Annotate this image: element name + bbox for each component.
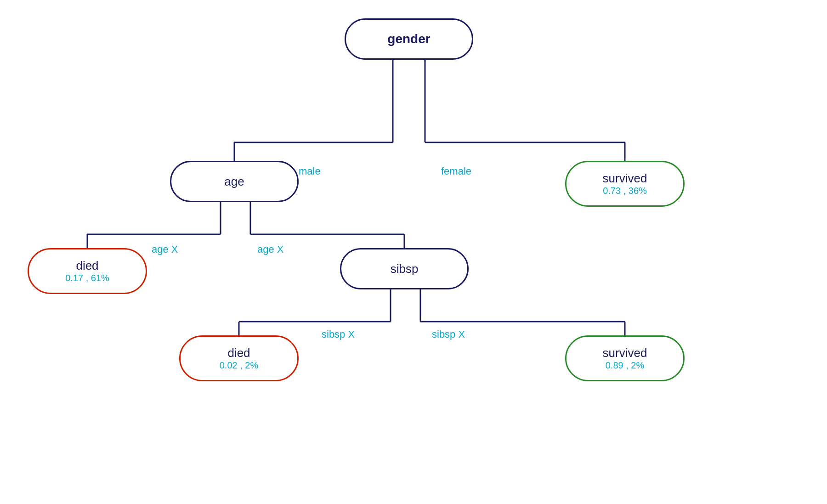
node-died-sibsp-label: died: [227, 346, 250, 360]
node-gender-label: gender: [387, 32, 430, 46]
node-survived-female[interactable]: survived 0.73 , 36%: [565, 161, 685, 207]
edge-label-sibsp-x-right: sibsp X: [432, 328, 465, 340]
node-gender[interactable]: gender: [345, 18, 473, 60]
node-sibsp[interactable]: sibsp: [340, 248, 469, 289]
node-died-male-young-stats: 0.17 , 61%: [65, 273, 109, 283]
node-sibsp-label: sibsp: [391, 262, 419, 276]
node-survived-sibsp-label: survived: [603, 346, 647, 360]
edge-label-female: female: [441, 165, 471, 177]
node-survived-sibsp[interactable]: survived 0.89 , 2%: [565, 335, 685, 381]
edge-label-age-x-right: age X: [257, 244, 284, 255]
node-survived-female-label: survived: [603, 171, 647, 186]
node-died-male-young[interactable]: died 0.17 , 61%: [28, 248, 147, 294]
node-survived-sibsp-stats: 0.89 , 2%: [606, 360, 645, 371]
node-age[interactable]: age: [170, 161, 299, 202]
edge-label-age-x-left: age X: [152, 244, 178, 255]
edge-label-male: male: [299, 165, 321, 177]
node-died-male-young-label: died: [76, 259, 98, 273]
edge-label-sibsp-x-left: sibsp X: [322, 328, 355, 340]
node-died-sibsp[interactable]: died 0.02 , 2%: [179, 335, 299, 381]
node-age-label: age: [224, 175, 244, 189]
node-survived-female-stats: 0.73 , 36%: [603, 186, 647, 196]
node-died-sibsp-stats: 0.02 , 2%: [220, 360, 259, 371]
